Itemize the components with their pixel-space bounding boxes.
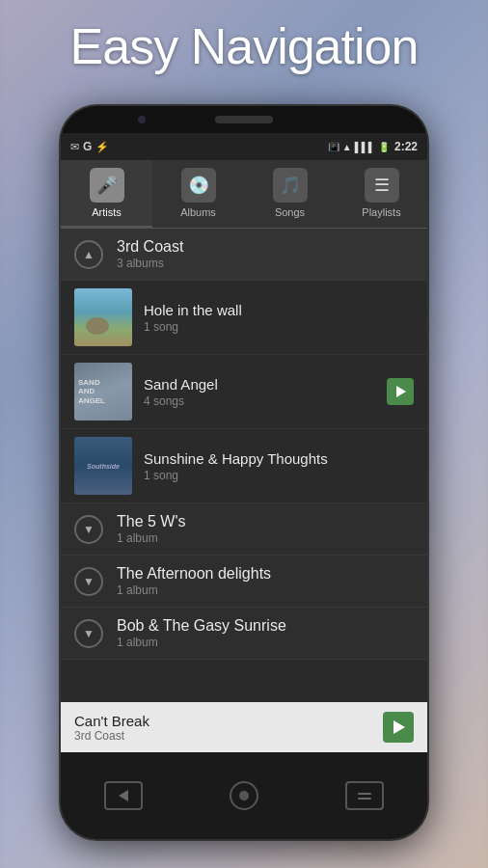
- artist-sub-5ws: 1 album: [117, 531, 186, 545]
- gmail-icon: ✉: [70, 141, 79, 153]
- expand-btn-afternoon[interactable]: ▼: [74, 567, 103, 596]
- tab-albums[interactable]: 💿 Albums: [152, 160, 244, 228]
- home-circle-icon: [239, 791, 249, 800]
- wifi-icon: ▲: [342, 142, 352, 152]
- southside-art: Southside: [74, 437, 132, 495]
- beach-art: [74, 288, 132, 346]
- artist-info-3rdcoast: 3rd Coast 3 albums: [117, 238, 183, 270]
- tab-playlists[interactable]: ☰ Playlists: [336, 160, 427, 228]
- album-sub-sand-angel: 4 songs: [144, 394, 375, 408]
- expand-btn-5ws[interactable]: ▼: [74, 515, 103, 544]
- clock: 2:22: [394, 140, 418, 153]
- artist-name-afternoon: The Afternoon delights: [117, 565, 271, 583]
- artist-header-afternoon-delights[interactable]: ▼ The Afternoon delights 1 album: [61, 556, 427, 608]
- album-art-sand-angel: SANDANDANGEL: [74, 363, 132, 420]
- sand-art: SANDANDANGEL: [74, 363, 132, 420]
- artist-sub-bob: 1 album: [117, 636, 286, 649]
- tab-albums-label: Albums: [180, 206, 216, 218]
- artist-name-bob: Bob & The Gasy Sunrise: [117, 617, 286, 635]
- back-arrow-icon: [119, 790, 128, 801]
- now-playing-bar[interactable]: Can't Break 3rd Coast: [61, 702, 427, 752]
- now-playing-title: Can't Break: [74, 713, 373, 729]
- app-content: 🎤 Artists 💿 Albums 🎵 Songs ☰ Playlists ▲: [61, 160, 427, 752]
- recents-icon: [358, 793, 371, 800]
- artist-header-3rdcoast[interactable]: ▲ 3rd Coast 3 albums: [61, 229, 427, 281]
- expand-btn-3rdcoast[interactable]: ▲: [74, 240, 103, 269]
- battery-icon: 🔋: [378, 142, 390, 152]
- recents-button[interactable]: [345, 781, 384, 810]
- tab-playlists-label: Playlists: [362, 206, 400, 218]
- vibrate-icon: 📳: [328, 142, 339, 152]
- album-sub-sunshine: 1 song: [144, 469, 375, 482]
- artist-name-3rdcoast: 3rd Coast: [117, 238, 183, 256]
- home-button[interactable]: [230, 781, 258, 810]
- status-bar: ✉ G ⚡ 📳 ▲ ▌▌▌ 🔋 2:22: [61, 133, 427, 160]
- tab-songs-label: Songs: [275, 206, 305, 218]
- list-icon: ☰: [365, 168, 399, 203]
- album-info-sand-angel: Sand Angel 4 songs: [144, 376, 375, 408]
- album-info-sunshine: Sunshine & Happy Thoughts 1 song: [144, 450, 375, 482]
- notification-icon: ⚡: [95, 141, 109, 153]
- artist-name-5ws: The 5 W's: [117, 513, 186, 530]
- album-item-hole-in-wall[interactable]: Hole in the wall 1 song: [61, 281, 427, 355]
- now-playing-artist: 3rd Coast: [74, 729, 373, 743]
- album-title-sunshine: Sunshine & Happy Thoughts: [144, 450, 375, 467]
- tab-songs[interactable]: 🎵 Songs: [244, 160, 336, 228]
- phone-top: [61, 106, 427, 133]
- artist-sub-afternoon: 1 album: [117, 583, 271, 597]
- phone-bottom-nav: [61, 752, 427, 839]
- tab-artists-label: Artists: [92, 206, 122, 218]
- artist-header-5ws[interactable]: ▼ The 5 W's 1 album: [61, 503, 427, 556]
- mic-icon: 🎤: [90, 168, 124, 203]
- front-camera: [138, 116, 146, 123]
- artist-header-bob[interactable]: ▼ Bob & The Gasy Sunrise 1 album: [61, 608, 427, 660]
- play-button-sand-angel[interactable]: [387, 378, 414, 405]
- expand-btn-bob[interactable]: ▼: [74, 619, 103, 648]
- album-item-sunshine[interactable]: Southside Sunshine & Happy Thoughts 1 so…: [61, 429, 427, 503]
- back-button[interactable]: [104, 781, 143, 810]
- artist-info-afternoon: The Afternoon delights 1 album: [117, 565, 271, 597]
- album-item-sand-angel[interactable]: SANDANDANGEL Sand Angel 4 songs: [61, 355, 427, 429]
- artist-info-5ws: The 5 W's 1 album: [117, 513, 186, 545]
- album-info-hole-in-wall: Hole in the wall 1 song: [144, 302, 375, 334]
- now-playing-info: Can't Break 3rd Coast: [74, 713, 373, 743]
- status-right-icons: 📳 ▲ ▌▌▌ 🔋 2:22: [328, 140, 418, 153]
- signal-icon: ▌▌▌: [355, 142, 375, 152]
- album-title-sand-angel: Sand Angel: [144, 376, 375, 393]
- album-art-hole-in-wall: [74, 288, 132, 346]
- music-note-icon: 🎵: [273, 168, 308, 203]
- phone-frame: ✉ G ⚡ 📳 ▲ ▌▌▌ 🔋 2:22 🎤 Artists 💿 Albums …: [61, 106, 427, 839]
- status-left-icons: ✉ G ⚡: [70, 140, 109, 153]
- tab-artists[interactable]: 🎤 Artists: [61, 160, 152, 228]
- artist-sub-3rdcoast: 3 albums: [117, 257, 183, 270]
- speaker: [215, 116, 273, 123]
- artist-list: ▲ 3rd Coast 3 albums Hole in the wall 1 …: [61, 229, 427, 752]
- page-title: Easy Navigation: [0, 17, 488, 75]
- disc-icon: 💿: [181, 168, 216, 203]
- g-icon: G: [83, 140, 92, 153]
- sand-art-text: SANDANDANGEL: [78, 378, 105, 406]
- now-playing-play-button[interactable]: [383, 712, 414, 743]
- album-sub-hole-in-wall: 1 song: [144, 320, 375, 334]
- album-art-sunshine: Southside: [74, 437, 132, 495]
- tab-bar: 🎤 Artists 💿 Albums 🎵 Songs ☰ Playlists: [61, 160, 427, 229]
- album-title-hole-in-wall: Hole in the wall: [144, 302, 375, 318]
- artist-info-bob: Bob & The Gasy Sunrise 1 album: [117, 617, 286, 649]
